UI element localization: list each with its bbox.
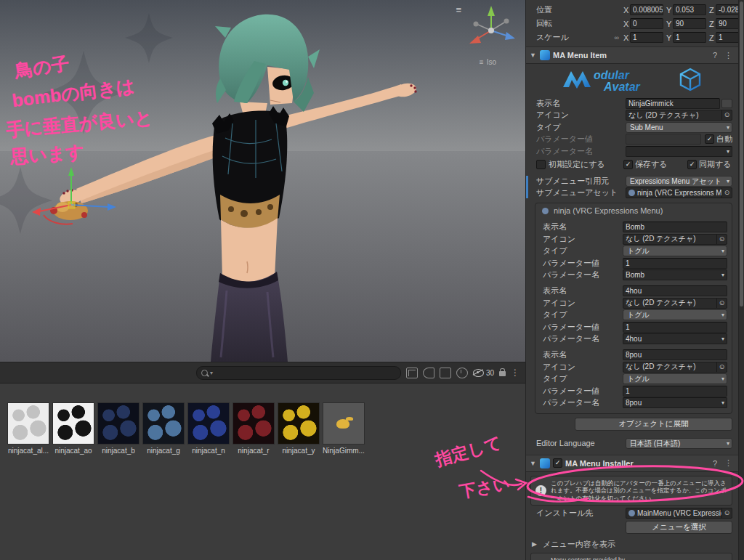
position-z-input[interactable]: -0.02897 bbox=[716, 4, 738, 15]
entry-value-input[interactable]: 1 bbox=[623, 322, 727, 333]
synced-label: 同期する bbox=[699, 159, 732, 170]
entry-icon-label: アイコン bbox=[543, 362, 623, 373]
display-name-input[interactable]: NinjaGimmick bbox=[626, 98, 720, 109]
label-icon[interactable] bbox=[440, 368, 451, 378]
entry-name-input[interactable]: 4hou ▾ bbox=[623, 333, 727, 344]
expressions-menu-header: ninja (VRC Expressions Menu) bbox=[535, 205, 732, 216]
entry-icon-field[interactable]: なし (2D テクスチャ) ⊙ bbox=[623, 298, 727, 309]
asset-item[interactable]: ninjacat_r bbox=[232, 402, 275, 455]
entry-value-input[interactable]: 1 bbox=[623, 386, 727, 397]
is-default-checkbox[interactable]: ✓ bbox=[536, 160, 546, 169]
asset-label: ninjacat_ao bbox=[52, 447, 94, 455]
search-filter-arrow-icon[interactable]: ▾ bbox=[210, 370, 213, 376]
entry-name-input[interactable]: Bomb ▾ bbox=[623, 269, 727, 280]
editor-language-dropdown[interactable]: 日本語 (日本語) ▾ bbox=[626, 438, 732, 449]
transform-rotation-row: 回転 X 0 Y 90 Z 90 bbox=[536, 17, 734, 30]
entry-display-input[interactable]: Bomb bbox=[623, 222, 727, 232]
entry-type-dropdown[interactable]: トグル ▾ bbox=[623, 309, 727, 320]
editor-language-row: Editor Language 日本語 (日本語) ▾ bbox=[536, 438, 732, 449]
object-picker-icon[interactable]: ⊙ bbox=[721, 110, 732, 120]
submenu-asset-field[interactable]: ninja (VRC Expressions Menu) ⊙ bbox=[626, 187, 732, 198]
submenu-source-dropdown[interactable]: Expressions Menu アセットを指定 ▾ bbox=[626, 176, 732, 187]
gizmo-projection-label[interactable]: ≡ Iso bbox=[480, 58, 496, 66]
position-x-input[interactable]: 0.008005 bbox=[630, 4, 663, 15]
asset-item[interactable]: ninjacat_al... bbox=[7, 402, 49, 455]
alert-icon[interactable] bbox=[456, 368, 468, 378]
asset-label: ninjacat_n bbox=[187, 447, 230, 455]
constrain-proportions-link-icon[interactable]: ∞ bbox=[615, 34, 619, 41]
entry-name-input[interactable]: 8pou ▾ bbox=[623, 397, 727, 408]
scene-view[interactable]: ≡ ≡ Iso 鳥の子 bombの向きは 手に垂直が良いと 思います bbox=[0, 0, 525, 362]
asset-label: ninjacat_b bbox=[97, 447, 140, 455]
expand-to-objects-button[interactable]: オブジェクトに展開 bbox=[575, 418, 732, 431]
entry-icon-field[interactable]: なし (2D テクスチャ) ⊙ bbox=[623, 234, 727, 245]
asset-item[interactable]: ninjacat_b bbox=[97, 402, 140, 455]
parameter-name-input[interactable]: ▾ bbox=[626, 146, 732, 157]
asset-item[interactable]: ninjacat_g bbox=[142, 402, 185, 455]
paint-icon[interactable] bbox=[423, 368, 434, 378]
object-picker-icon[interactable]: ⊙ bbox=[716, 362, 727, 372]
select-menu-button[interactable]: メニューを選択 bbox=[626, 521, 732, 534]
entry-display-input[interactable]: 4hou bbox=[623, 285, 727, 296]
saved-checkbox[interactable]: ✓ bbox=[623, 160, 633, 169]
search-input[interactable]: ▾ bbox=[196, 366, 401, 380]
axis-x-label: X bbox=[623, 6, 630, 15]
type-dropdown[interactable]: Sub Menu ▾ bbox=[626, 122, 732, 133]
entry-value-input[interactable]: 1 bbox=[623, 258, 727, 269]
open-editor-icon[interactable] bbox=[406, 368, 418, 378]
localization-badge[interactable] bbox=[721, 99, 732, 108]
scale-x-input[interactable]: 1 bbox=[630, 32, 663, 43]
scene-overflow-menu-icon[interactable]: ≡ bbox=[456, 4, 461, 15]
component-menu-icon[interactable]: ⋮ bbox=[722, 51, 735, 60]
object-picker-icon[interactable]: ⊙ bbox=[721, 188, 732, 198]
object-picker-icon[interactable]: ⊙ bbox=[721, 508, 732, 518]
lock-icon[interactable] bbox=[499, 371, 506, 376]
entry-type-value: トグル bbox=[627, 374, 716, 384]
asset-item[interactable]: ninjacat_ao bbox=[52, 402, 94, 455]
ma-menu-item-header[interactable]: ▼ MA Menu Item ? ⋮ bbox=[526, 46, 738, 64]
object-picker-icon[interactable]: ⊙ bbox=[716, 235, 727, 244]
icon-object-field[interactable]: なし (2D テクスチャ) ⊙ bbox=[626, 110, 732, 121]
parameter-name-row: パラメーター名 ▾ bbox=[536, 146, 732, 157]
asset-item[interactable]: ninjacat_n bbox=[187, 402, 230, 455]
inspector-scrollbar[interactable] bbox=[738, 0, 744, 560]
entry-type-value: トグル bbox=[627, 310, 716, 320]
asset-item-prefab[interactable]: NinjaGimm... bbox=[323, 402, 365, 455]
component-menu-icon[interactable]: ⋮ bbox=[722, 458, 735, 468]
foldout-icon[interactable]: ▼ bbox=[530, 52, 537, 59]
asset-item[interactable]: ninjacat_y bbox=[278, 402, 320, 455]
window-menu-icon[interactable]: ⋮ bbox=[511, 368, 519, 378]
scrollbar-thumb[interactable] bbox=[740, 1, 743, 307]
install-target-field[interactable]: MainMenu (VRC Expressions Me ⊙ bbox=[626, 508, 732, 519]
object-picker-icon[interactable]: ⊙ bbox=[716, 299, 727, 308]
auto-checkbox[interactable]: ✓ bbox=[705, 134, 714, 144]
show-menu-contents-foldout[interactable]: ▶ メニュー内容を表示 bbox=[532, 539, 732, 549]
component-enabled-checkbox[interactable]: ✓ bbox=[553, 458, 562, 468]
display-name-label: 表示名 bbox=[536, 98, 626, 109]
asset-thumbnail bbox=[232, 402, 275, 445]
axis-y-label: Y bbox=[666, 20, 673, 28]
help-icon[interactable]: ? bbox=[711, 51, 719, 60]
scale-label-text: スケール bbox=[536, 32, 569, 43]
chevron-down-icon: ▾ bbox=[727, 176, 729, 186]
synced-checkbox[interactable]: ✓ bbox=[687, 160, 697, 169]
entry-type-dropdown[interactable]: トグル ▾ bbox=[623, 373, 727, 384]
search-icon bbox=[201, 370, 208, 376]
scale-y-input[interactable]: 1 bbox=[673, 32, 706, 43]
rotation-x-input[interactable]: 0 bbox=[630, 18, 663, 29]
ma-menu-installer-header[interactable]: ▼ ✓ MA Menu Installer ? ⋮ bbox=[526, 455, 738, 472]
help-icon[interactable]: ? bbox=[711, 459, 719, 468]
scene-3d-render bbox=[0, 0, 525, 362]
rotation-y-input[interactable]: 90 bbox=[673, 18, 706, 29]
foldout-icon[interactable]: ▼ bbox=[530, 460, 537, 467]
submenu-source-value: Expressions Menu アセットを指定 bbox=[630, 176, 721, 186]
scale-z-input[interactable]: 1 bbox=[716, 32, 738, 43]
entry-display-input[interactable]: 8pou bbox=[623, 349, 727, 360]
position-label: 位置 bbox=[536, 4, 622, 15]
position-y-input[interactable]: 0.053 bbox=[673, 4, 706, 15]
rotation-z-input[interactable]: 90 bbox=[716, 18, 738, 29]
menu-control-entry: 表示名 Bomb アイコン なし (2D テクスチャ) ⊙ タイプ トグル ▾ … bbox=[535, 222, 732, 280]
scene-visibility-toggle[interactable]: 30 bbox=[473, 369, 494, 377]
entry-type-dropdown[interactable]: トグル ▾ bbox=[623, 245, 727, 256]
entry-icon-field[interactable]: なし (2D テクスチャ) ⊙ bbox=[623, 362, 727, 373]
